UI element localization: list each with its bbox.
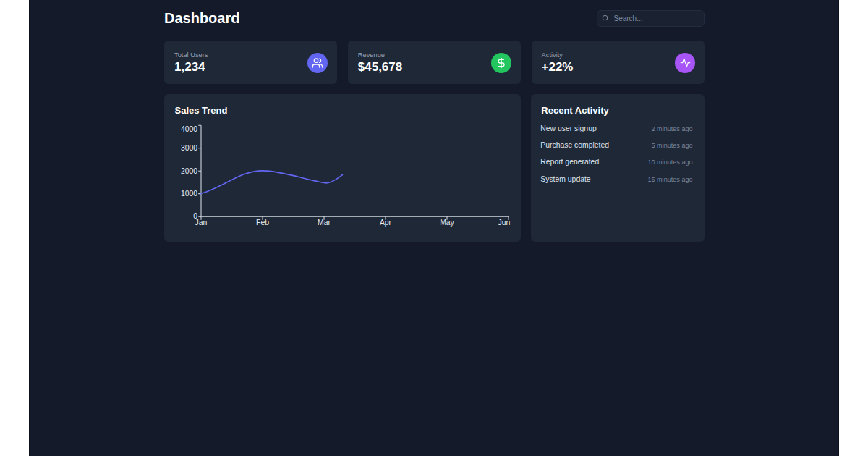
svg-text:Apr: Apr [380,219,392,227]
svg-text:May: May [440,219,454,227]
svg-text:3000: 3000 [181,144,197,152]
svg-text:1000: 1000 [181,190,197,198]
svg-text:Mar: Mar [318,219,331,227]
svg-text:4000: 4000 [181,125,197,133]
svg-text:Jan: Jan [195,219,208,227]
svg-text:2000: 2000 [181,167,197,175]
svg-text:Feb: Feb [256,219,269,227]
svg-text:Jun: Jun [498,219,511,227]
